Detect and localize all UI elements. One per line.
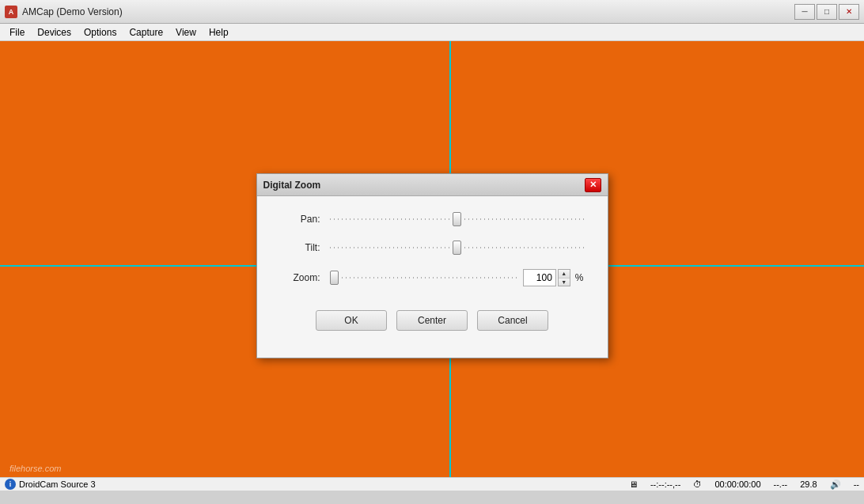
pan-row: Pan: [281, 212, 584, 226]
pan-slider-line [330, 218, 584, 220]
zoom-label: Zoom: [281, 272, 320, 283]
restore-button[interactable]: □ [817, 4, 837, 20]
tilt-row: Tilt: [281, 241, 584, 255]
dialog-body: Pan: Tilt: [257, 196, 608, 358]
speaker-icon: 🔊 [830, 479, 841, 490]
dialog-close-button[interactable]: ✕ [585, 178, 601, 192]
timecode: 00:00:00:00 [714, 479, 760, 489]
audio-level: -- [854, 479, 859, 489]
pan-label: Pan: [281, 214, 320, 225]
zoom-percent-label: % [575, 272, 584, 283]
titlebar-left: A AMCap (Demo Version) [5, 6, 123, 18]
zoom-row: Zoom: ▲ ▼ % [281, 269, 584, 286]
zoom-decrement-button[interactable]: ▼ [559, 279, 570, 286]
zoom-slider-thumb[interactable] [330, 271, 339, 285]
menu-help[interactable]: Help [203, 24, 235, 40]
cancel-button[interactable]: Cancel [477, 310, 548, 331]
tilt-slider-thumb[interactable] [453, 241, 461, 255]
zoom-slider-line [330, 277, 517, 279]
statusbar-right: 🖥 --:--:--,-- ⏱ 00:00:00:00 --.-- 29.8 🔊… [629, 479, 859, 490]
close-button[interactable]: ✕ [839, 4, 859, 20]
titlebar-title: AMCap (Demo Version) [22, 6, 123, 17]
zoom-input[interactable] [523, 269, 556, 286]
titlebar-controls: ─ □ ✕ [794, 4, 859, 20]
dialog-title: Digital Zoom [263, 180, 321, 191]
menu-capture[interactable]: Capture [123, 24, 169, 40]
digital-zoom-dialog: Digital Zoom ✕ Pan: Tilt: [256, 173, 608, 358]
center-button[interactable]: Center [396, 310, 468, 331]
menu-devices[interactable]: Devices [31, 24, 78, 40]
clock-icon: ⏱ [693, 479, 702, 489]
zoom-slider-track [330, 271, 517, 285]
ok-button[interactable]: OK [316, 310, 387, 331]
statusbar: i DroidCam Source 3 🖥 --:--:--,-- ⏱ 00:0… [0, 477, 864, 491]
monitor-icon: 🖥 [629, 479, 638, 489]
pan-slider-thumb[interactable] [453, 212, 461, 226]
titlebar: A AMCap (Demo Version) ─ □ ✕ [0, 0, 864, 24]
tilt-label: Tilt: [281, 242, 320, 253]
menu-options[interactable]: Options [78, 24, 123, 40]
app-icon: A [5, 6, 17, 18]
separator: --.-- [774, 479, 788, 489]
zoom-spinner: ▲ ▼ [558, 269, 570, 286]
tilt-slider-track [330, 241, 584, 255]
zoom-value-container: ▲ ▼ % [523, 269, 584, 286]
timestamp-separator: --:--:--,-- [650, 479, 680, 489]
dialog-buttons: OK Center Cancel [281, 304, 584, 342]
tilt-slider-line [330, 247, 584, 248]
dialog-titlebar: Digital Zoom ✕ [257, 174, 608, 196]
menu-file[interactable]: File [3, 24, 31, 40]
source-label: DroidCam Source 3 [19, 479, 96, 489]
status-info-icon: i [5, 479, 16, 490]
dialog-overlay: Digital Zoom ✕ Pan: Tilt: [0, 41, 864, 491]
framerate: 29.8 [800, 479, 817, 489]
menubar: File Devices Options Capture View Help [0, 24, 864, 41]
menu-view[interactable]: View [169, 24, 203, 40]
pan-slider-track [330, 212, 584, 226]
minimize-button[interactable]: ─ [794, 4, 815, 20]
zoom-increment-button[interactable]: ▲ [559, 270, 570, 279]
main-area: filehorse.com Digital Zoom ✕ Pan: [0, 41, 864, 491]
statusbar-left: i DroidCam Source 3 [5, 479, 621, 490]
